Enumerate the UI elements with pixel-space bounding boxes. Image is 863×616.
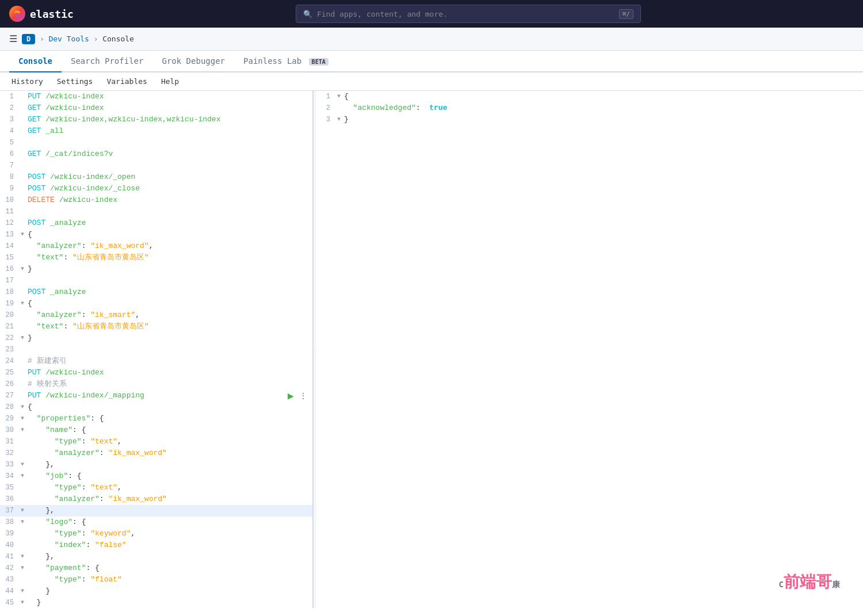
editor-line-3: 3GET /wzkicu-index,wzkicu-index,wzkicu-i… [0,114,312,125]
line-number: 34 [0,470,21,482]
fold-icon[interactable]: ▼ [21,332,28,344]
divider-dots: ⋮⋮ [312,346,318,353]
line-number: 13 [0,229,21,240]
fold-icon[interactable]: ▼ [21,263,28,275]
line-number: 12 [0,217,21,229]
fold-icon[interactable]: ▼ [21,459,28,470]
line-number: 40 [0,540,21,551]
global-search-bar[interactable]: 🔍 Find apps, content, and more. ⌘/ [296,5,641,23]
editor-line-16: 16▼} [0,263,312,275]
code-content: } [28,586,312,597]
fold-icon[interactable]: ▼ [21,563,28,574]
code-content: "type": "text", [28,436,312,447]
code-content: PUT /wzkicu-index/_mapping [28,390,312,401]
line-number: 23 [0,344,21,355]
code-content: "analyzer": "ik_max_word" [28,447,312,459]
line-number: 29 [0,413,21,424]
more-button[interactable]: ⋮ [299,390,308,401]
line-number: 9 [0,183,21,194]
line-number: 18 [0,286,21,298]
line-number: 43 [0,574,21,586]
editor-line-11: 11 [0,206,312,217]
line-number: 16 [0,263,21,275]
output-fold-icon[interactable]: ▼ [337,114,344,125]
editor-line-40: 40 "index": "false" [0,540,312,551]
code-content: "analyzer": "ik_smart", [28,309,312,321]
output-fold-icon [337,102,344,114]
line-number: 27 [0,390,21,401]
editor-line-35: 35 "type": "text", [0,482,312,493]
fold-icon[interactable]: ▼ [21,401,28,413]
line-number: 28 [0,401,21,413]
tab-grok-debugger[interactable]: Grok Debugger [152,51,234,72]
editor-line-18: 18POST _analyze [0,286,312,298]
run-button[interactable]: ▶ [285,390,296,401]
line-number: 10 [0,194,21,206]
output-line-2: 2 "acknowledged": true [316,102,863,114]
line-number: 39 [0,528,21,540]
code-content: "properties": { [28,413,312,424]
toolbar-settings[interactable]: Settings [55,76,96,87]
output-panel: 1▼{2 "acknowledged": true3▼} [316,91,863,608]
top-navbar: elastic 🔍 Find apps, content, and more. … [0,0,863,28]
fold-icon[interactable]: ▼ [21,505,28,516]
editor-line-17: 17 [0,275,312,286]
editor-line-27: 27PUT /wzkicu-index/_mapping▶⋮ [0,390,312,401]
fold-icon[interactable]: ▼ [21,551,28,563]
editor-line-5: 5 [0,137,312,148]
code-content: { [28,298,312,309]
editor-container: 1PUT /wzkicu-index2GET /wzkicu-index3GET… [0,91,863,608]
editor-line-26: 26# 映射关系 [0,378,312,390]
code-content: } [28,332,312,344]
code-editor[interactable]: 1PUT /wzkicu-index2GET /wzkicu-index3GET… [0,91,312,608]
code-content: # 映射关系 [28,378,312,390]
fold-icon[interactable]: ▼ [21,586,28,597]
fold-icon[interactable]: ▼ [21,516,28,528]
fold-icon[interactable]: ▼ [21,229,28,240]
editor-line-1: 1PUT /wzkicu-index [0,91,312,102]
editor-line-28: 28▼{ [0,401,312,413]
output-content: } [344,114,863,125]
toolbar-help[interactable]: Help [159,76,181,87]
panel-divider[interactable]: ⋮⋮ [313,91,316,608]
output-line-number: 3 [316,114,337,125]
editor-line-14: 14 "analyzer": "ik_max_word", [0,240,312,252]
fold-icon[interactable]: ▼ [21,470,28,482]
editor-line-22: 22▼} [0,332,312,344]
code-content [28,160,312,171]
fold-icon[interactable]: ▼ [21,424,28,436]
code-content: GET /wzkicu-index,wzkicu-index,wzkicu-in… [28,114,312,125]
output-fold-icon[interactable]: ▼ [337,91,344,102]
breadcrumb-arrow: › [40,35,44,43]
toolbar-variables[interactable]: Variables [104,76,149,87]
editor-line-36: 36 "analyzer": "ik_max_word" [0,493,312,505]
code-content: "text": "山东省青岛市黄岛区" [28,321,312,332]
editor-line-33: 33▼ }, [0,459,312,470]
editor-line-2: 2GET /wzkicu-index [0,102,312,114]
elastic-logo[interactable]: elastic [9,6,74,22]
breadcrumb-console: Console [102,35,134,43]
line-number: 3 [0,114,21,125]
editor-line-9: 9POST /wzkicu-index/_close [0,183,312,194]
toolbar-history[interactable]: History [9,76,45,87]
breadcrumb-dev-tools[interactable]: Dev Tools [48,35,89,43]
line-number: 21 [0,321,21,332]
line-number: 5 [0,137,21,148]
editor-line-23: 23 [0,344,312,355]
tab-painless-lab[interactable]: Painless Lab BETA [234,51,338,72]
fold-icon[interactable]: ▼ [21,597,28,608]
line-number: 7 [0,160,21,171]
editor-line-4: 4GET _all [0,125,312,137]
fold-icon[interactable]: ▼ [21,298,28,309]
fold-icon[interactable]: ▼ [21,413,28,424]
left-editor-panel[interactable]: 1PUT /wzkicu-index2GET /wzkicu-index3GET… [0,91,313,608]
code-content: }, [28,459,312,470]
line-number: 33 [0,459,21,470]
tab-search-profiler[interactable]: Search Profiler [62,51,152,72]
tab-console[interactable]: Console [9,51,62,72]
line-number: 4 [0,125,21,137]
line-number: 11 [0,206,21,217]
editor-line-42: 42▼ "payment": { [0,563,312,574]
hamburger-icon[interactable]: ☰ [9,33,17,44]
line-number: 26 [0,378,21,390]
